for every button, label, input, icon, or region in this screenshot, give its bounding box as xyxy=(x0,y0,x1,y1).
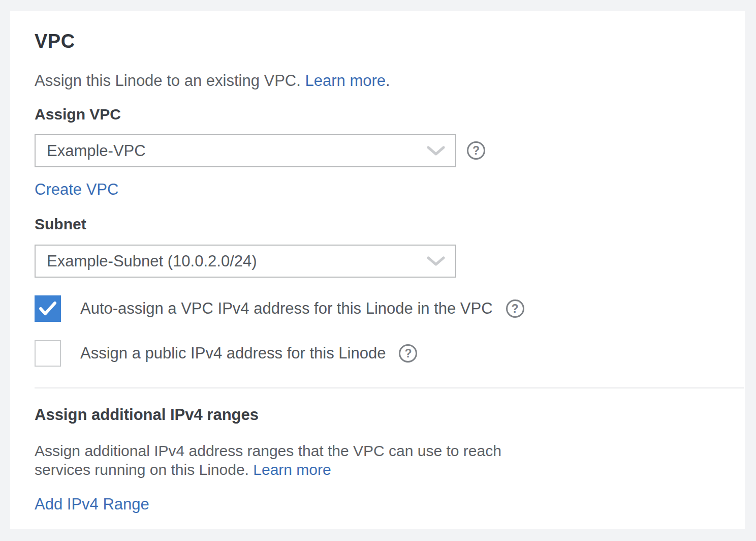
public-ipv4-help-icon[interactable]: ? xyxy=(399,344,417,363)
subnet-select-value: Example-Subnet (10.0.2.0/24) xyxy=(47,252,421,270)
public-ipv4-checkbox[interactable] xyxy=(35,340,61,367)
intro-period: . xyxy=(386,72,390,89)
chevron-down-icon xyxy=(427,146,445,156)
subnet-label: Subnet xyxy=(35,216,86,233)
public-ipv4-label: Assign a public IPv4 address for this Li… xyxy=(80,344,386,363)
additional-ranges-description-line1: Assign additional IPv4 address ranges th… xyxy=(35,442,501,459)
additional-ranges-description-line2: services running on this Linode. xyxy=(35,461,249,478)
intro-paragraph: Assign this Linode to an existing VPC. L… xyxy=(35,71,390,91)
learn-more-link[interactable]: Learn more xyxy=(305,72,386,89)
section-divider xyxy=(35,387,744,388)
assign-vpc-select-value: Example-VPC xyxy=(47,142,421,160)
auto-assign-ipv4-label: Auto-assign a VPC IPv4 address for this … xyxy=(80,299,493,318)
chevron-down-icon xyxy=(427,256,445,266)
assign-vpc-label: Assign VPC xyxy=(35,106,121,123)
auto-assign-ipv4-help-icon[interactable]: ? xyxy=(506,299,524,318)
assign-vpc-select[interactable]: Example-VPC xyxy=(35,134,456,167)
auto-assign-ipv4-row: Auto-assign a VPC IPv4 address for this … xyxy=(35,295,524,322)
auto-assign-ipv4-checkbox[interactable] xyxy=(35,295,61,322)
intro-text: Assign this Linode to an existing VPC. xyxy=(35,72,301,89)
additional-ranges-learn-more-link[interactable]: Learn more xyxy=(253,461,331,478)
assign-vpc-help-icon[interactable]: ? xyxy=(467,141,485,160)
public-ipv4-row: Assign a public IPv4 address for this Li… xyxy=(35,340,417,367)
checkmark-icon xyxy=(39,302,56,316)
vpc-panel: VPC Assign this Linode to an existing VP… xyxy=(10,11,745,529)
page-title: VPC xyxy=(35,31,75,52)
add-ipv4-range-link[interactable]: Add IPv4 Range xyxy=(35,495,149,514)
additional-ranges-description: Assign additional IPv4 address ranges th… xyxy=(35,441,501,479)
subnet-select[interactable]: Example-Subnet (10.0.2.0/24) xyxy=(35,245,456,278)
create-vpc-link[interactable]: Create VPC xyxy=(35,181,118,199)
additional-ranges-heading: Assign additional IPv4 ranges xyxy=(35,406,259,424)
